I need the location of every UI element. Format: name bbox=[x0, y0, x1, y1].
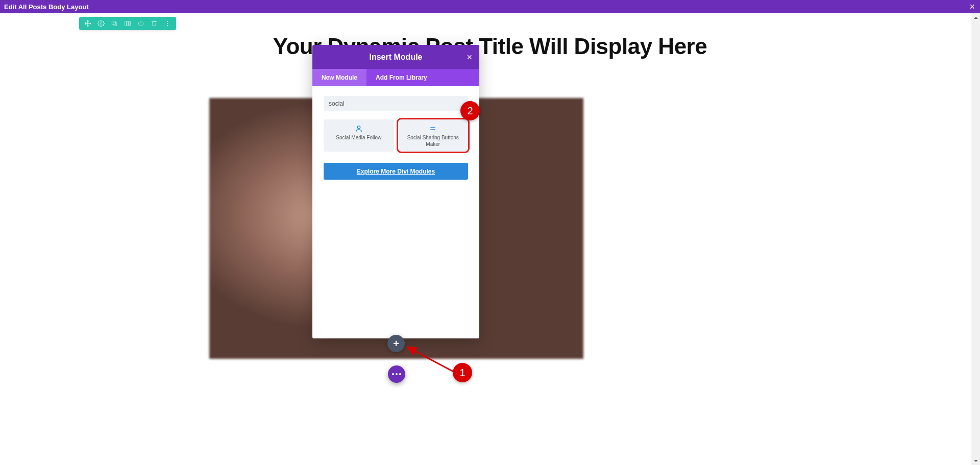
close-modal-button[interactable]: × bbox=[467, 52, 472, 62]
section-more-button[interactable] bbox=[388, 365, 405, 383]
module-label: Social Sharing Buttons Maker bbox=[401, 135, 465, 148]
scroll-down-icon[interactable] bbox=[971, 456, 980, 465]
svg-point-8 bbox=[167, 25, 168, 26]
module-social-sharing-buttons-maker[interactable]: Social Sharing Buttons Maker bbox=[398, 119, 469, 152]
add-module-button[interactable]: + bbox=[387, 335, 405, 352]
tab-add-from-library[interactable]: Add From Library bbox=[366, 69, 436, 86]
svg-rect-3 bbox=[125, 21, 127, 26]
svg-rect-1 bbox=[113, 22, 117, 26]
module-grid: Social Media Follow Social Sharing Butto… bbox=[324, 119, 468, 152]
gear-icon[interactable] bbox=[97, 20, 105, 27]
module-social-media-follow[interactable]: Social Media Follow bbox=[324, 119, 394, 152]
duplicate-icon[interactable] bbox=[111, 20, 118, 27]
modal-title: Insert Module bbox=[369, 53, 422, 62]
scroll-up-icon[interactable] bbox=[971, 13, 980, 22]
annotation-badge-1: 1 bbox=[453, 363, 472, 382]
insert-module-modal: Insert Module × New Module Add From Libr… bbox=[312, 45, 479, 338]
explore-more-modules-button[interactable]: Explore More Divi Modules bbox=[324, 163, 468, 180]
person-icon bbox=[355, 125, 363, 133]
section-toolbar bbox=[79, 17, 176, 30]
builder-top-bar: Edit All Posts Body Layout × bbox=[0, 0, 980, 13]
lines-icon bbox=[429, 125, 437, 133]
svg-rect-4 bbox=[127, 21, 129, 26]
columns-icon[interactable] bbox=[124, 20, 131, 27]
module-search-input[interactable] bbox=[324, 96, 468, 111]
svg-point-7 bbox=[167, 23, 168, 24]
module-label: Social Media Follow bbox=[336, 135, 381, 141]
builder-title: Edit All Posts Body Layout bbox=[4, 3, 89, 11]
close-builder-button[interactable]: × bbox=[969, 2, 975, 11]
page-vertical-scrollbar[interactable] bbox=[971, 13, 980, 465]
svg-rect-5 bbox=[129, 21, 130, 26]
svg-point-9 bbox=[357, 126, 360, 129]
modal-header[interactable]: Insert Module × bbox=[312, 45, 479, 69]
tab-new-module[interactable]: New Module bbox=[312, 69, 366, 86]
modal-body: Social Media Follow Social Sharing Butto… bbox=[312, 86, 479, 338]
power-icon[interactable] bbox=[137, 20, 144, 27]
svg-point-6 bbox=[167, 21, 168, 22]
dots-icon bbox=[392, 373, 401, 375]
modal-tabs: New Module Add From Library bbox=[312, 69, 479, 86]
trash-icon[interactable] bbox=[151, 20, 158, 27]
builder-canvas: Your Dynamic Post Title Will Display Her… bbox=[0, 13, 980, 465]
more-vert-icon[interactable] bbox=[164, 20, 171, 27]
svg-rect-2 bbox=[112, 21, 115, 25]
annotation-badge-2: 2 bbox=[460, 101, 480, 120]
svg-point-0 bbox=[100, 22, 102, 25]
move-icon[interactable] bbox=[84, 20, 91, 27]
